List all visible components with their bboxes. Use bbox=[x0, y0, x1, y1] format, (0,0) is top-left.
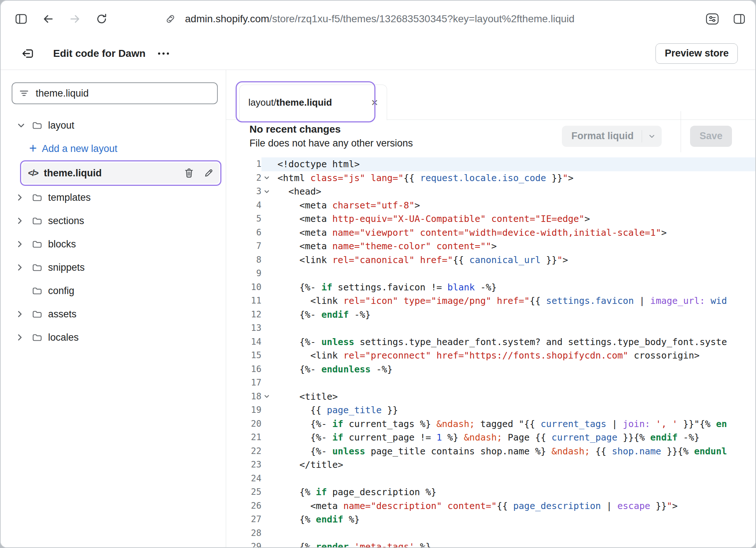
sidebar-item-assets[interactable]: assets bbox=[1, 302, 226, 326]
browser-right-icons bbox=[698, 13, 745, 25]
code-line-text[interactable]: <meta charset="utf-8"> bbox=[277, 199, 755, 212]
chevron-right-icon[interactable] bbox=[17, 310, 22, 318]
caret-down-icon[interactable] bbox=[642, 130, 662, 142]
code-line-text[interactable] bbox=[277, 527, 755, 540]
code-line: 6 <meta name="viewport" content="width=d… bbox=[226, 226, 755, 240]
folder-label: blocks bbox=[48, 239, 76, 250]
fold-slot bbox=[261, 157, 277, 171]
sidebar-item-theme-liquid[interactable]: </>theme.liquid bbox=[22, 163, 219, 184]
code-line-text[interactable]: <meta name="theme-color" content=""> bbox=[277, 239, 755, 253]
code-line-text[interactable]: {%- endunless -%} bbox=[277, 363, 755, 376]
code-line-text[interactable]: <!doctype html> bbox=[277, 157, 755, 171]
add-new-layout-button[interactable]: +Add a new layout bbox=[1, 137, 226, 160]
code-line-text[interactable]: {% render 'meta-tags' %} bbox=[277, 540, 755, 547]
code-line: 23 </title> bbox=[226, 458, 755, 472]
chevron-right-icon[interactable] bbox=[17, 194, 22, 201]
line-number: 26 bbox=[226, 499, 261, 513]
line-number: 16 bbox=[226, 363, 261, 376]
chevron-right-icon[interactable] bbox=[17, 334, 22, 341]
back-icon[interactable] bbox=[42, 13, 54, 25]
sidebar-item-layout[interactable]: layout bbox=[1, 114, 226, 137]
code-line-text[interactable] bbox=[277, 267, 755, 281]
file-filter-input[interactable] bbox=[35, 87, 210, 99]
sidebar-item-snippets[interactable]: snippets bbox=[1, 256, 226, 279]
fold-slot bbox=[261, 267, 277, 281]
code-line-text[interactable]: <link rel="preconnect" href="https://fon… bbox=[277, 349, 755, 363]
code-line-text[interactable]: </title> bbox=[277, 458, 755, 472]
forward-icon[interactable] bbox=[69, 13, 81, 25]
line-number: 18 bbox=[226, 390, 261, 404]
code-line-text[interactable]: <head> bbox=[277, 185, 755, 199]
fold-slot bbox=[261, 540, 277, 547]
browser-settings-icon[interactable] bbox=[706, 13, 719, 25]
code-line-text[interactable]: {% endif %} bbox=[277, 513, 755, 527]
sidebar-item-config[interactable]: config bbox=[1, 279, 226, 302]
version-text: No recent changes File does not have any… bbox=[249, 124, 413, 149]
content-area: layout+Add a new layout</>theme.liquidte… bbox=[1, 70, 755, 547]
line-number: 19 bbox=[226, 403, 261, 417]
code-line-text[interactable]: {% if page_description %} bbox=[277, 485, 755, 499]
code-line-text[interactable] bbox=[277, 321, 755, 335]
fold-slot bbox=[261, 281, 277, 294]
fold-slot bbox=[261, 513, 277, 527]
folder-label: templates bbox=[48, 192, 91, 203]
folder-icon bbox=[32, 286, 42, 295]
code-line-text[interactable]: <title> bbox=[277, 390, 755, 404]
line-number: 21 bbox=[226, 431, 261, 445]
code-line-text[interactable]: {{ page_title }} bbox=[277, 403, 755, 417]
code-line-text[interactable]: {%- unless settings.type_header_font.sys… bbox=[277, 335, 755, 349]
chevron-slot bbox=[17, 240, 28, 248]
folder-label: sections bbox=[48, 215, 84, 227]
code-line-text[interactable] bbox=[277, 472, 755, 486]
fold-icon[interactable] bbox=[261, 185, 277, 199]
panel-left-icon[interactable] bbox=[15, 14, 27, 24]
line-number: 29 bbox=[226, 540, 261, 547]
chevron-right-icon[interactable] bbox=[17, 264, 22, 271]
trash-icon[interactable] bbox=[184, 168, 194, 178]
code-line-text[interactable]: <meta name="viewport" content="width=dev… bbox=[277, 226, 755, 240]
fold-icon[interactable] bbox=[261, 171, 277, 185]
line-number: 2 bbox=[226, 171, 261, 185]
chevron-right-icon[interactable] bbox=[17, 240, 22, 248]
code-line-text[interactable]: {%- if current_tags %} &ndash; tagged "{… bbox=[277, 417, 755, 431]
file-search-box[interactable] bbox=[12, 82, 218, 104]
fold-slot bbox=[261, 458, 277, 472]
tab-strip: layout/theme.liquid × bbox=[226, 70, 755, 120]
code-line-text[interactable]: {%- unless page_title contains shop.name… bbox=[277, 445, 755, 458]
reload-icon[interactable] bbox=[96, 13, 107, 24]
exit-icon[interactable] bbox=[21, 47, 34, 60]
pencil-icon[interactable] bbox=[204, 168, 213, 178]
code-line-text[interactable] bbox=[277, 376, 755, 390]
tab-theme-liquid[interactable]: layout/theme.liquid × bbox=[239, 85, 387, 120]
format-liquid-button[interactable]: Format liquid bbox=[562, 126, 662, 147]
sidebar-item-blocks[interactable]: blocks bbox=[1, 232, 226, 256]
sidebar-item-locales[interactable]: locales bbox=[1, 326, 226, 349]
chevron-right-icon[interactable] bbox=[17, 217, 22, 224]
sidebar-item-templates[interactable]: templates bbox=[1, 186, 226, 209]
chevron-down-icon[interactable] bbox=[17, 123, 25, 128]
code-editor[interactable]: 1<!doctype html>2<html class="js" lang="… bbox=[226, 152, 755, 547]
fold-slot bbox=[261, 212, 277, 226]
code-line: 8 <link rel="canonical" href="{{ canonic… bbox=[226, 253, 755, 267]
close-icon[interactable]: × bbox=[371, 97, 378, 108]
line-number: 4 bbox=[226, 199, 261, 212]
preview-store-button[interactable]: Preview store bbox=[655, 43, 738, 64]
sidebar-right-icon[interactable] bbox=[733, 14, 745, 24]
code-line: 1<!doctype html> bbox=[226, 157, 755, 171]
line-number: 9 bbox=[226, 267, 261, 281]
save-button[interactable]: Save bbox=[690, 126, 732, 147]
code-line-text[interactable]: <link rel="canonical" href="{{ canonical… bbox=[277, 253, 755, 267]
sidebar-item-sections[interactable]: sections bbox=[1, 209, 226, 232]
code-line-text[interactable]: {%- if settings.favicon != blank -%} bbox=[277, 281, 755, 294]
code-line-text[interactable]: <html class="js" lang="{{ request.locale… bbox=[277, 171, 755, 185]
code-line: 7 <meta name="theme-color" content=""> bbox=[226, 239, 755, 253]
browser-chrome: admin.shopify.com/store/rzq1xu-f5/themes… bbox=[1, 1, 755, 37]
code-line-text[interactable]: {%- endif -%} bbox=[277, 308, 755, 322]
more-menu-icon[interactable] bbox=[157, 52, 170, 55]
code-line-text[interactable]: <meta http-equiv="X-UA-Compatible" conte… bbox=[277, 212, 755, 226]
fold-icon[interactable] bbox=[261, 390, 277, 404]
code-line-text[interactable]: <meta name="description" content="{{ pag… bbox=[277, 499, 755, 513]
code-line-text[interactable]: {%- if current_page != 1 %} &ndash; Page… bbox=[277, 431, 755, 445]
code-line-text[interactable]: <link rel="icon" type="image/png" href="… bbox=[277, 294, 755, 308]
address-bar[interactable]: admin.shopify.com/store/rzq1xu-f5/themes… bbox=[165, 13, 698, 25]
